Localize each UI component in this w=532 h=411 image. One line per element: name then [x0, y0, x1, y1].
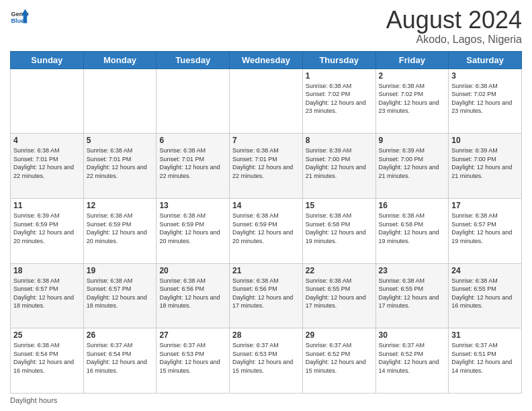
calendar-cell: 26Sunrise: 6:37 AMSunset: 6:54 PMDayligh… [83, 328, 157, 394]
day-info: Sunrise: 6:38 AMSunset: 6:55 PMDaylight:… [379, 277, 446, 310]
day-number: 18 [13, 266, 81, 275]
calendar-cell: 5Sunrise: 6:38 AMSunset: 7:01 PMDaylight… [83, 134, 157, 199]
day-info: Sunrise: 6:38 AMSunset: 7:02 PMDaylight:… [306, 82, 373, 116]
calendar-cell: 12Sunrise: 6:38 AMSunset: 6:59 PMDayligh… [83, 198, 157, 263]
day-info: Sunrise: 6:37 AMSunset: 6:52 PMDaylight:… [379, 341, 446, 375]
calendar-cell: 30Sunrise: 6:37 AMSunset: 6:52 PMDayligh… [375, 328, 449, 394]
day-info: Sunrise: 6:38 AMSunset: 6:59 PMDaylight:… [87, 212, 154, 245]
day-info: Sunrise: 6:38 AMSunset: 6:54 PMDaylight:… [13, 341, 81, 375]
day-number: 19 [87, 266, 154, 275]
day-info: Sunrise: 6:38 AMSunset: 7:02 PMDaylight:… [379, 82, 446, 116]
day-number: 11 [13, 201, 81, 210]
day-info: Sunrise: 6:38 AMSunset: 6:55 PMDaylight:… [306, 277, 373, 310]
day-number: 10 [451, 136, 519, 145]
calendar-cell: 16Sunrise: 6:38 AMSunset: 6:58 PMDayligh… [375, 198, 449, 263]
calendar-cell [11, 68, 84, 134]
day-info: Sunrise: 6:39 AMSunset: 7:00 PMDaylight:… [306, 146, 373, 180]
day-info: Sunrise: 6:39 AMSunset: 7:00 PMDaylight:… [379, 146, 446, 180]
day-info: Sunrise: 6:38 AMSunset: 6:57 PMDaylight:… [13, 277, 81, 310]
day-number: 9 [379, 136, 446, 145]
calendar-cell: 6Sunrise: 6:38 AMSunset: 7:01 PMDaylight… [157, 134, 230, 199]
calendar-cell: 27Sunrise: 6:37 AMSunset: 6:53 PMDayligh… [157, 328, 230, 394]
day-info: Sunrise: 6:38 AMSunset: 6:59 PMDaylight:… [159, 212, 226, 245]
day-info: Sunrise: 6:39 AMSunset: 6:59 PMDaylight:… [13, 212, 81, 245]
calendar-cell: 7Sunrise: 6:38 AMSunset: 7:01 PMDaylight… [230, 134, 303, 199]
main-title: August 2024 [386, 7, 522, 34]
calendar-cell: 9Sunrise: 6:39 AMSunset: 7:00 PMDaylight… [375, 134, 449, 199]
calendar-cell: 14Sunrise: 6:38 AMSunset: 6:59 PMDayligh… [230, 198, 303, 263]
day-number: 25 [13, 330, 81, 340]
calendar-cell: 13Sunrise: 6:38 AMSunset: 6:59 PMDayligh… [157, 198, 230, 263]
calendar-table: SundayMondayTuesdayWednesdayThursdayFrid… [10, 51, 522, 394]
day-info: Sunrise: 6:37 AMSunset: 6:53 PMDaylight:… [159, 341, 226, 375]
calendar-cell: 18Sunrise: 6:38 AMSunset: 6:57 PMDayligh… [11, 263, 84, 328]
day-info: Sunrise: 6:37 AMSunset: 6:51 PMDaylight:… [451, 341, 519, 375]
day-info: Sunrise: 6:39 AMSunset: 7:00 PMDaylight:… [451, 146, 519, 180]
day-info: Sunrise: 6:38 AMSunset: 6:56 PMDaylight:… [159, 277, 226, 310]
day-info: Sunrise: 6:38 AMSunset: 6:57 PMDaylight:… [87, 277, 154, 310]
logo: General Blue [10, 7, 29, 26]
calendar-cell: 21Sunrise: 6:38 AMSunset: 6:56 PMDayligh… [230, 263, 303, 328]
page: General Blue August 2024 Akodo, Lagos, N… [0, 0, 532, 411]
day-number: 4 [13, 136, 81, 145]
calendar-cell: 29Sunrise: 6:37 AMSunset: 6:52 PMDayligh… [302, 328, 375, 394]
day-number: 2 [379, 71, 446, 81]
day-number: 30 [379, 330, 446, 340]
calendar-cell [83, 68, 157, 134]
calendar-cell: 23Sunrise: 6:38 AMSunset: 6:55 PMDayligh… [375, 263, 449, 328]
calendar-cell: 19Sunrise: 6:38 AMSunset: 6:57 PMDayligh… [83, 263, 157, 328]
calendar-week-3: 11Sunrise: 6:39 AMSunset: 6:59 PMDayligh… [11, 198, 522, 263]
day-number: 20 [159, 266, 226, 275]
day-number: 8 [306, 136, 373, 145]
calendar-cell: 24Sunrise: 6:38 AMSunset: 6:55 PMDayligh… [449, 263, 522, 328]
day-info: Sunrise: 6:38 AMSunset: 6:56 PMDaylight:… [232, 277, 300, 310]
col-header-wednesday: Wednesday [230, 51, 303, 68]
day-number: 6 [159, 136, 226, 145]
day-info: Sunrise: 6:37 AMSunset: 6:53 PMDaylight:… [232, 341, 300, 375]
col-header-sunday: Sunday [11, 51, 84, 68]
day-number: 21 [232, 266, 300, 275]
col-header-monday: Monday [83, 51, 157, 68]
day-info: Sunrise: 6:37 AMSunset: 6:52 PMDaylight:… [306, 341, 373, 375]
subtitle: Akodo, Lagos, Nigeria [386, 34, 522, 46]
calendar-cell: 3Sunrise: 6:38 AMSunset: 7:02 PMDaylight… [449, 68, 522, 134]
logo-icon: General Blue [10, 7, 29, 26]
day-info: Sunrise: 6:38 AMSunset: 7:01 PMDaylight:… [159, 146, 226, 180]
day-number: 5 [87, 136, 154, 145]
col-header-friday: Friday [375, 51, 449, 68]
title-block: August 2024 Akodo, Lagos, Nigeria [386, 7, 522, 46]
svg-text:Blue: Blue [11, 17, 24, 24]
day-number: 12 [87, 201, 154, 210]
calendar-cell: 17Sunrise: 6:38 AMSunset: 6:57 PMDayligh… [449, 198, 522, 263]
day-number: 24 [451, 266, 519, 275]
footer: Daylight hours [10, 396, 522, 404]
col-header-thursday: Thursday [302, 51, 375, 68]
col-header-tuesday: Tuesday [157, 51, 230, 68]
day-number: 31 [451, 330, 519, 340]
day-info: Sunrise: 6:38 AMSunset: 7:01 PMDaylight:… [87, 146, 154, 180]
calendar-cell: 1Sunrise: 6:38 AMSunset: 7:02 PMDaylight… [302, 68, 375, 134]
day-number: 3 [451, 71, 519, 81]
day-number: 15 [306, 201, 373, 210]
calendar-week-1: 1Sunrise: 6:38 AMSunset: 7:02 PMDaylight… [11, 68, 522, 134]
day-info: Sunrise: 6:38 AMSunset: 6:58 PMDaylight:… [379, 212, 446, 245]
calendar-cell: 2Sunrise: 6:38 AMSunset: 7:02 PMDaylight… [375, 68, 449, 134]
day-info: Sunrise: 6:38 AMSunset: 6:55 PMDaylight:… [451, 277, 519, 310]
col-header-saturday: Saturday [449, 51, 522, 68]
day-info: Sunrise: 6:38 AMSunset: 6:57 PMDaylight:… [451, 212, 519, 245]
calendar-header-row: SundayMondayTuesdayWednesdayThursdayFrid… [11, 51, 522, 68]
day-number: 1 [306, 71, 373, 81]
calendar-cell: 15Sunrise: 6:38 AMSunset: 6:58 PMDayligh… [302, 198, 375, 263]
calendar-cell: 25Sunrise: 6:38 AMSunset: 6:54 PMDayligh… [11, 328, 84, 394]
calendar-week-2: 4Sunrise: 6:38 AMSunset: 7:01 PMDaylight… [11, 134, 522, 199]
calendar-cell: 20Sunrise: 6:38 AMSunset: 6:56 PMDayligh… [157, 263, 230, 328]
day-number: 29 [306, 330, 373, 340]
day-info: Sunrise: 6:38 AMSunset: 6:59 PMDaylight:… [232, 212, 300, 245]
day-number: 26 [87, 330, 154, 340]
calendar-cell: 28Sunrise: 6:37 AMSunset: 6:53 PMDayligh… [230, 328, 303, 394]
day-number: 16 [379, 201, 446, 210]
day-number: 17 [451, 201, 519, 210]
calendar-cell [157, 68, 230, 134]
day-number: 13 [159, 201, 226, 210]
day-info: Sunrise: 6:38 AMSunset: 6:58 PMDaylight:… [306, 212, 373, 245]
